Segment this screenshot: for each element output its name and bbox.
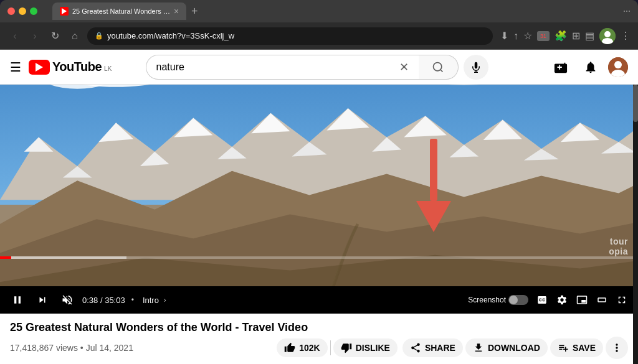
progress-played [0,256,11,259]
video-time: 0:38 / 35:03 [82,296,125,305]
url-display: youtube.com/watch?v=3SsK-cxlj_w [107,31,234,40]
tab-grid-icon[interactable]: ⊞ [572,30,580,42]
close-tab-button[interactable]: × [174,6,179,16]
youtube-header: ☰ YouTube LK ✕ [0,50,638,85]
video-progress-bar[interactable] [0,256,638,259]
title-bar: 25 Greatest Natural Wonders … × + ⋯ [0,0,638,22]
page-scrollbar[interactable] [633,85,638,364]
share-button[interactable]: SHARE [402,338,463,357]
extensions-icon[interactable]: 🧩 [555,30,567,42]
sidebar-icon[interactable]: ▤ [585,30,594,42]
youtube-play-icon [36,63,43,72]
youtube-page: ☰ YouTube LK ✕ [0,50,638,364]
search-input-wrap: ✕ [146,55,419,80]
download-icon[interactable]: ⬇ [500,30,508,42]
tabs-bar: 25 Greatest Natural Wonders … × + [52,2,618,20]
minimize-window-button[interactable] [19,7,26,15]
theater-mode-button[interactable] [593,291,611,309]
youtube-favicon-icon [62,8,67,14]
svg-point-3 [434,62,442,70]
video-player[interactable]: tour opia [0,85,638,314]
bookmark-icon[interactable]: ☆ [523,30,532,42]
youtube-country-code: LK [104,65,112,72]
tab-title: 25 Greatest Natural Wonders … [72,7,170,15]
video-views: 17,418,867 views • Jul 14, 2021 [10,343,133,353]
search-button[interactable] [419,55,459,80]
miniplayer-button[interactable] [573,291,591,309]
share-icon[interactable]: ↑ [513,30,518,42]
video-meta-row: 17,418,867 views • Jul 14, 2021 102K [10,337,628,359]
home-button[interactable]: ⌂ [67,30,82,42]
video-watermark: tour opia [609,237,628,256]
video-frame: tour opia [0,85,638,286]
address-input[interactable]: 🔒 youtube.com/watch?v=3SsK-cxlj_w [87,27,493,45]
video-actions: 102K DISLIKE [277,337,628,359]
like-button[interactable]: 102K [277,338,327,357]
notifications-button[interactable] [578,55,603,80]
extension-badge: 31 [537,31,550,41]
hamburger-menu-icon[interactable]: ☰ [10,60,21,75]
dislike-button[interactable]: DISLIKE [333,338,398,357]
youtube-logo-text: YouTube [52,60,102,74]
browser-menu-icon[interactable]: ⋮ [621,30,631,42]
video-title: 25 Greatest Natural Wonders of the World… [10,321,628,334]
browser-profile[interactable] [599,28,616,44]
scrollbar-thumb [633,85,638,122]
time-separator: • [130,296,135,304]
browser-tab-active[interactable]: 25 Greatest Natural Wonders … × [52,2,186,20]
video-controls-bar: 0:38 / 35:03 • Intro › Screenshot [0,286,638,314]
voice-search-button[interactable] [464,55,488,80]
svg-point-7 [614,61,622,68]
back-button[interactable]: ‹ [7,30,22,42]
tab-favicon [60,7,69,16]
save-button[interactable]: SAVE [550,338,603,357]
browser-actions: ⬇ ↑ ☆ 31 🧩 ⊞ ▤ ⋮ [500,28,631,44]
next-button[interactable] [32,290,52,310]
captions-button[interactable] [533,291,551,309]
watermark-line2: opia [609,247,628,256]
svg-point-1 [604,31,611,37]
more-actions-button[interactable] [606,337,628,359]
reload-button[interactable]: ↻ [47,30,62,42]
screenshot-toggle[interactable] [508,295,528,305]
play-pause-button[interactable] [7,290,27,310]
settings-button[interactable] [553,291,571,309]
maximize-window-button[interactable] [30,7,37,15]
right-controls [533,291,631,309]
screenshot-control: Screenshot [468,295,528,305]
address-bar: ‹ › ↻ ⌂ 🔒 youtube.com/watch?v=3SsK-cxlj_… [0,22,638,50]
header-actions [548,55,628,80]
mute-button[interactable] [57,290,77,310]
fullscreen-button[interactable] [613,291,631,309]
user-avatar[interactable] [608,57,628,77]
video-content-area: tour opia [0,85,638,364]
traffic-lights [7,7,37,15]
screenshot-label: Screenshot [468,296,506,304]
new-tab-button[interactable]: + [189,5,201,18]
like-dislike-separator [330,340,331,355]
chapter-label: Intro [143,296,159,305]
close-window-button[interactable] [7,7,15,15]
download-button[interactable]: DOWNLOAD [465,338,548,357]
progress-buffered [11,256,126,259]
youtube-logo[interactable]: YouTube LK [29,60,112,75]
video-info-bar: 25 Greatest Natural Wonders of the World… [0,314,638,364]
forward-button[interactable]: › [27,30,42,42]
youtube-logo-icon [29,60,50,75]
search-input[interactable] [156,62,394,73]
window-controls-right: ⋯ [623,7,631,16]
chapter-arrow-icon[interactable]: › [164,296,166,304]
lock-icon: 🔒 [95,32,103,40]
browser-window: 25 Greatest Natural Wonders … × + ⋯ ‹ › … [0,0,638,364]
watermark-line1: tour [609,237,628,246]
screenshot-toggle-dot [509,296,518,304]
search-form: ✕ [146,55,488,80]
create-button[interactable] [548,55,573,80]
search-clear-icon[interactable]: ✕ [399,60,409,74]
